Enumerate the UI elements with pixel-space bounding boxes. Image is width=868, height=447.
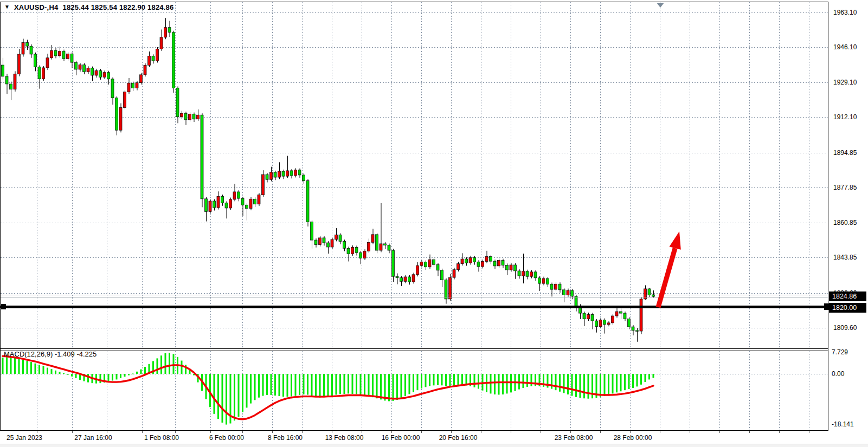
candle-body [294,170,297,176]
macd-histogram-bar [331,374,333,396]
macd-histogram-bar [59,372,61,374]
macd-histogram-bar [563,374,565,393]
time-axis-label: 25 Jan 2023 [7,434,42,442]
macd-histogram-bar [2,358,4,374]
macd-histogram-bar [238,374,240,417]
candle-body [62,51,65,59]
macd-histogram-bar [490,374,492,393]
candle-body [99,70,102,77]
macd-histogram-bar [254,374,256,400]
macd-histogram-bar [307,374,308,394]
candle-body [384,244,387,245]
candle-body [258,195,260,204]
macd-axis-label: 7.729 [832,348,848,356]
macd-histogram-bar [323,374,325,397]
candle-body [567,290,569,295]
macd-histogram-bar [124,374,126,377]
level-line-handle[interactable] [1,304,6,309]
candle-body [603,320,606,325]
macd-histogram-bar [144,367,146,374]
candle-body [54,50,57,56]
macd-histogram-bar [551,374,552,389]
candle-body [221,196,224,203]
candle-body [176,88,179,117]
candle-body [124,92,126,108]
candle-body [441,270,443,280]
macd-histogram-bar [27,361,28,374]
candle-body [132,83,134,88]
symbol-timeframe-label: XAUUSD-,H4 [14,3,58,11]
macd-histogram-bar [449,374,451,387]
macd-histogram-bar [620,374,622,391]
candle-body [339,235,342,242]
candle-body [311,222,313,240]
chart-canvas[interactable] [0,0,868,447]
candle-body [623,313,626,319]
macd-histogram-bar [372,374,374,397]
candle-body [636,331,639,332]
candle-body [335,235,338,239]
candle-body [412,275,415,282]
candle-body [640,299,642,331]
macd-histogram-bar [437,374,439,385]
macd-histogram-bar [181,361,183,374]
macd-histogram-bar [368,374,370,396]
macd-histogram-bar [6,357,8,374]
candle-body [107,73,110,79]
macd-histogram-bar [165,353,166,374]
candle-body [481,262,484,267]
macd-histogram-bar [417,374,419,390]
candle-body [514,265,517,271]
macd-histogram-bar [271,374,272,395]
macd-histogram-bar [429,374,430,386]
macd-histogram-bar [30,362,32,374]
macd-histogram-bar [35,364,36,374]
macd-histogram-bar [583,374,585,398]
candle-body [205,199,208,212]
macd-histogram-bar [112,374,113,380]
macd-histogram-bar [140,370,142,374]
candle-body [327,243,330,247]
macd-histogram-bar [425,374,427,387]
macd-histogram-bar [75,374,77,378]
candle-body [546,278,549,284]
macd-histogram-bar [100,374,101,383]
last-price-tag: 1824.86 [829,291,866,301]
candle-body [404,277,407,281]
candle-body [396,276,398,277]
candle-body [184,113,187,120]
candle-body [282,171,285,176]
candle-body [229,199,232,208]
macd-histogram-bar [580,374,581,398]
chart-expander-icon[interactable]: ▼ [4,4,10,10]
candle-body [270,172,273,179]
macd-histogram-bar [132,373,134,374]
candle-body [380,244,382,250]
candle-body [420,262,423,265]
candle-body [181,113,183,116]
bottom-scroll-strip[interactable] [0,444,868,447]
macd-histogram-bar [376,374,378,398]
candle-body [522,271,525,276]
candle-body [233,192,236,199]
macd-histogram-bar [393,374,394,401]
candle-body [136,83,138,88]
macd-histogram-bar [160,355,162,374]
macd-histogram-bar [262,374,264,396]
horizontal-level-line[interactable] [0,306,828,308]
candle-body [2,65,4,76]
candle-body [615,312,618,316]
macd-histogram-bar [319,374,321,398]
candle-body [156,49,159,61]
macd-histogram-bar [246,374,248,407]
macd-histogram-bar [51,369,53,374]
macd-histogram-bar [311,374,313,396]
candle-body [408,277,411,282]
candle-body [498,261,500,266]
macd-histogram-bar [258,374,260,398]
macd-histogram-bar [315,374,317,397]
macd-histogram-bar [128,374,130,375]
macd-histogram-bar [413,374,414,392]
candle-body [542,278,545,283]
candle-body [249,199,252,208]
